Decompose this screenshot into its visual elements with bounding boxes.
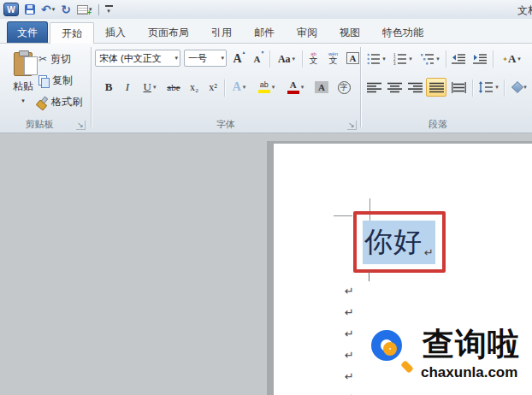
redo-icon[interactable]: ↻ bbox=[61, 3, 71, 15]
font-color-button[interactable]: A bbox=[282, 78, 309, 97]
group-clipboard: 粘贴 ▾ ✂ 剪切 复制 格式刷 剪贴板 ↘ bbox=[0, 44, 91, 133]
justify-button[interactable] bbox=[426, 78, 446, 97]
bullets-button[interactable] bbox=[364, 50, 388, 68]
shrink-font-button[interactable]: A ▼ bbox=[251, 50, 268, 68]
plus-icon: + bbox=[87, 9, 92, 17]
cut-button[interactable]: ✂ 剪切 bbox=[38, 50, 71, 68]
watermark-logo-q-tail-icon bbox=[400, 360, 414, 374]
ribbon: 粘贴 ▾ ✂ 剪切 复制 格式刷 剪贴板 ↘ 宋体 (中文正文 ▾ bbox=[0, 43, 532, 133]
italic-button[interactable]: I bbox=[119, 78, 136, 97]
copy-button[interactable]: 复制 bbox=[38, 72, 73, 89]
paragraph-mark: ↵ bbox=[345, 366, 354, 387]
clipboard-dialog-launcher-icon[interactable]: ↘ bbox=[76, 121, 86, 130]
character-scaling-button[interactable]: wén 文 bbox=[324, 49, 342, 68]
customize-qat-bar-icon bbox=[105, 5, 113, 7]
highlight-color-bar bbox=[258, 90, 270, 93]
font-name-dropdown-icon[interactable]: ▾ bbox=[174, 55, 178, 62]
tab-page-layout[interactable]: 页面布局 bbox=[137, 22, 200, 44]
tab-special-features[interactable]: 特色功能 bbox=[371, 22, 434, 44]
font-name-combobox[interactable]: 宋体 (中文正文 ▾ bbox=[95, 50, 180, 67]
tab-review[interactable]: 审阅 bbox=[286, 22, 328, 44]
character-shading-button[interactable]: A bbox=[312, 78, 331, 97]
grow-font-button[interactable]: A ▲ bbox=[230, 50, 249, 68]
align-right-button[interactable] bbox=[405, 78, 424, 97]
tab-file[interactable]: 文件 bbox=[7, 21, 48, 43]
chevron-down-icon: ▾ bbox=[107, 8, 110, 15]
paragraph-mark: ↵ bbox=[345, 345, 354, 366]
tab-view[interactable]: 视图 bbox=[328, 22, 371, 44]
custom-command-icon: + bbox=[77, 5, 88, 15]
paragraph-mark: ↵ bbox=[345, 302, 354, 323]
copy-icon bbox=[38, 75, 49, 86]
font-color-label: A bbox=[290, 80, 297, 90]
grow-font-label: A bbox=[233, 52, 241, 66]
separator bbox=[269, 50, 270, 68]
tab-references[interactable]: 引用 bbox=[200, 22, 243, 44]
scissors-icon: ✂ bbox=[38, 53, 47, 65]
group-font: 宋体 (中文正文 ▾ 一号 ▾ A ▲ A ▼ Aa ab bbox=[92, 44, 360, 133]
watermark-brand: 查询啦 bbox=[423, 323, 520, 366]
tab-mailings[interactable]: 邮件 bbox=[243, 22, 286, 44]
distribute-button[interactable] bbox=[448, 78, 469, 97]
format-painter-button[interactable]: 格式刷 bbox=[36, 93, 82, 110]
custom-command-button[interactable]: + ▾ bbox=[77, 5, 92, 15]
crop-mark-horizontal bbox=[334, 215, 352, 216]
copy-label: 复制 bbox=[52, 74, 73, 88]
shrink-arrow-icon: ▼ bbox=[261, 50, 265, 55]
document-title: 文档 bbox=[517, 3, 532, 18]
cursor-tick bbox=[369, 271, 369, 281]
enclose-characters-icon: 字 bbox=[338, 81, 351, 94]
word-logo-icon[interactable]: W bbox=[3, 3, 19, 16]
clipboard-sheet-icon bbox=[24, 56, 38, 75]
highlight-icon: ab bbox=[258, 81, 270, 93]
increase-indent-button[interactable] bbox=[470, 50, 490, 68]
font-color-bar bbox=[287, 91, 299, 94]
undo-dropdown-icon[interactable]: ▾ bbox=[52, 6, 56, 13]
shading-button[interactable] bbox=[507, 78, 532, 97]
paragraph-marks: ↵↵↵↵↵↵↵↵ bbox=[345, 280, 354, 395]
subscript-button[interactable]: x₂ bbox=[186, 78, 203, 97]
character-border-button[interactable]: A bbox=[344, 49, 362, 68]
highlight-button[interactable]: ab bbox=[253, 78, 280, 97]
selected-text: 你好 bbox=[363, 228, 423, 256]
numbering-icon: 1 2 3 bbox=[393, 53, 407, 65]
customize-qat-button[interactable]: ▾ bbox=[105, 5, 113, 15]
tab-insert[interactable]: 插入 bbox=[94, 22, 137, 44]
qat-separator bbox=[98, 4, 99, 15]
font-size-combobox[interactable]: 一号 ▾ bbox=[184, 50, 227, 67]
phonetic-guide-button[interactable]: ab 文 bbox=[304, 49, 322, 68]
svg-text:3: 3 bbox=[393, 62, 396, 65]
group-paragraph: 1 2 3 bbox=[361, 44, 532, 133]
save-icon[interactable] bbox=[25, 4, 35, 15]
align-left-button[interactable] bbox=[364, 78, 383, 97]
asian-layout-button[interactable]: ✦ A bbox=[496, 50, 527, 68]
decrease-indent-button[interactable] bbox=[449, 50, 469, 68]
enclose-characters-button[interactable]: 字 bbox=[334, 78, 353, 97]
separator bbox=[504, 80, 505, 97]
strikethrough-button[interactable]: abe bbox=[163, 78, 184, 97]
underline-button[interactable]: U bbox=[138, 78, 162, 97]
watermark-domain: chaxunla.com bbox=[421, 364, 517, 381]
paste-button[interactable]: 粘贴 ▾ bbox=[5, 48, 41, 128]
line-spacing-button[interactable] bbox=[476, 78, 501, 97]
font-size-dropdown-icon[interactable]: ▾ bbox=[221, 55, 224, 62]
undo-button[interactable]: ↶ ▾ bbox=[41, 3, 55, 15]
text-selection[interactable]: 你好 ↵ bbox=[363, 221, 435, 264]
format-painter-label: 格式刷 bbox=[51, 95, 82, 109]
change-case-button[interactable]: Aa bbox=[273, 50, 300, 68]
font-dialog-launcher-icon[interactable]: ↘ bbox=[347, 121, 357, 130]
shrink-font-label: A bbox=[254, 54, 261, 64]
align-center-button[interactable] bbox=[385, 78, 404, 97]
numbering-button[interactable]: 1 2 3 bbox=[390, 50, 416, 68]
decrease-indent-icon bbox=[452, 53, 466, 65]
superscript-button[interactable]: x² bbox=[204, 78, 222, 97]
multilevel-list-button[interactable] bbox=[417, 50, 443, 68]
align-right-icon bbox=[408, 82, 423, 93]
tab-home[interactable]: 开始 bbox=[50, 22, 94, 44]
text-effects-button[interactable]: A bbox=[228, 78, 251, 97]
bold-button[interactable]: B bbox=[100, 78, 117, 97]
paste-label: 粘贴 bbox=[13, 80, 33, 94]
paste-dropdown-icon[interactable]: ▾ bbox=[21, 97, 25, 104]
format-painter-icon bbox=[36, 97, 48, 108]
document-page[interactable]: 你好 ↵ ↵↵↵↵↵↵↵↵ 查询啦 chaxunla.com bbox=[274, 144, 532, 395]
